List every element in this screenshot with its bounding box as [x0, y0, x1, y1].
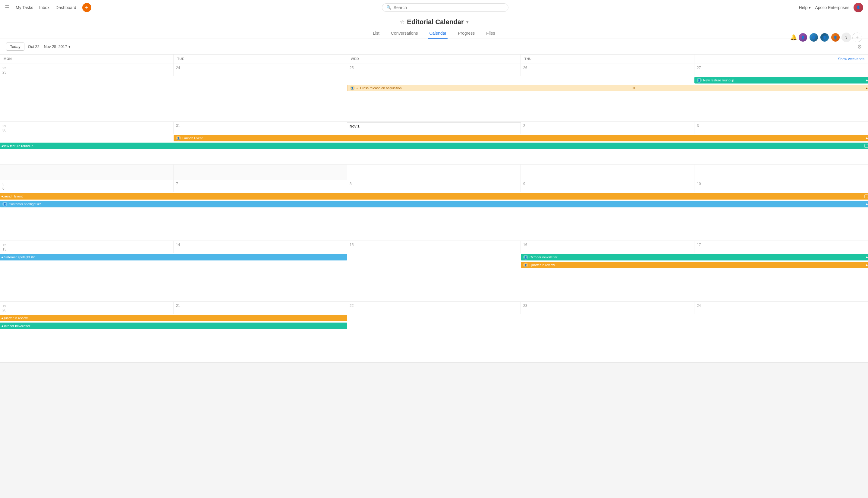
collaborators-area: 🔔 👤 👤 👤 👤 3 +: [790, 32, 862, 42]
day-number: 21: [176, 304, 345, 308]
day-number: Nov 1: [350, 124, 518, 128]
collaborator-count[interactable]: 3: [841, 32, 851, 42]
date-cell: 3: [694, 122, 868, 134]
date-range[interactable]: Oct 22 – Nov 25, 2017 ▾: [28, 44, 70, 49]
span-cell: 👤 Customer spotlight #2: [0, 201, 868, 207]
event-avatar: 👤: [176, 136, 181, 141]
event-october-newsletter[interactable]: 👤 October newsletter: [521, 254, 868, 260]
col-header-thu: THU: [521, 55, 694, 64]
nav-my-tasks[interactable]: My Tasks: [16, 5, 33, 10]
star-icon[interactable]: ☆: [400, 19, 404, 25]
date-cell: 24: [694, 302, 868, 314]
event-new-feature-roundup[interactable]: 👤 New feature roundup: [694, 77, 868, 83]
date-cell: 10: [694, 180, 868, 192]
date-cell: 21: [174, 302, 347, 314]
add-collaborator-button[interactable]: +: [852, 32, 862, 42]
span-cell: ◀ October newsletter: [0, 323, 347, 329]
date-cell: 26: [521, 64, 694, 76]
tab-progress[interactable]: Progress: [457, 28, 476, 39]
week-5-dates: 19 20 21 22 23 24: [0, 302, 868, 314]
date-cell: 31: [174, 122, 347, 134]
search-bar: 🔍: [382, 3, 508, 12]
date-cell: 23: [521, 302, 694, 314]
event-new-feature-roundup-2[interactable]: ◀ New feature roundup: [0, 143, 868, 149]
user-avatar[interactable]: 👤: [854, 3, 863, 12]
calendar-grid: MON TUE WED THU Show weekends 22 23 24 2…: [0, 55, 868, 363]
collaborator-avatar-4[interactable]: 👤: [831, 32, 840, 42]
collaborator-avatar-1[interactable]: 👤: [798, 32, 808, 42]
day-number: 24: [176, 66, 345, 70]
settings-icon[interactable]: ⚙: [857, 43, 862, 50]
span-cell: 👤 Quarter in review: [521, 262, 868, 268]
date-cell: 8: [347, 180, 521, 192]
event-row: ◀ Customer spotlight #2 👤 October newsle…: [0, 253, 868, 261]
event-customer-spotlight-2[interactable]: ◀ Customer spotlight #2: [0, 254, 347, 260]
day-number: 14: [176, 243, 345, 247]
calendar-header: MON TUE WED THU Show weekends: [0, 55, 868, 64]
week-number: 22: [2, 66, 6, 70]
help-button[interactable]: Help ▾: [799, 5, 811, 10]
event-label: Quarter in review: [2, 316, 28, 320]
event-label: October newsletter: [2, 324, 30, 328]
day-number: 8: [350, 182, 518, 186]
collaborator-avatar-3[interactable]: 👤: [820, 32, 829, 42]
search-input[interactable]: [393, 5, 504, 10]
day-number: 24: [697, 304, 866, 308]
tab-list[interactable]: List: [372, 28, 380, 39]
tab-calendar[interactable]: Calendar: [428, 28, 448, 39]
day-number: 20: [2, 308, 171, 312]
day-number: 23: [2, 70, 171, 75]
span-cell: [0, 85, 174, 91]
event-label: New feature roundup: [2, 144, 34, 148]
day-number: 17: [697, 243, 866, 247]
hamburger-icon[interactable]: ☰: [5, 4, 10, 11]
event-quarter-in-review-2[interactable]: ◀ Quarter in review: [0, 315, 347, 322]
project-title: Editorial Calendar: [407, 18, 464, 26]
day-number: 16: [523, 243, 692, 247]
nav-dashboard[interactable]: Dashboard: [55, 5, 76, 10]
week-4-dates: 12 13 14 15 16 17: [0, 241, 868, 253]
title-chevron-icon[interactable]: ▾: [466, 19, 468, 24]
event-row: ◀ Launch Event: [0, 192, 868, 200]
event-press-release[interactable]: 👤 ✓ Press release on acquisition ⊞: [347, 85, 868, 91]
col-header-wed: WED: [347, 55, 521, 64]
event-october-newsletter-2[interactable]: ◀ October newsletter: [0, 323, 347, 329]
tab-files[interactable]: Files: [485, 28, 496, 39]
week-number: 19: [2, 304, 6, 308]
event-avatar: 👤: [350, 86, 355, 90]
event-customer-spotlight[interactable]: 👤 Customer spotlight #2: [0, 201, 868, 207]
span-cell: [347, 77, 521, 83]
span-cell: [347, 323, 868, 329]
week-5-events: ◀ Quarter in review ◀ October newsletter: [0, 314, 868, 344]
event-avatar: 👤: [523, 263, 528, 267]
show-weekends-button[interactable]: Show weekends: [694, 55, 868, 64]
week-1-events: 👤 New feature roundup 👤 ✓ Press release …: [0, 76, 868, 106]
bell-icon[interactable]: 🔔: [790, 34, 797, 41]
org-label[interactable]: Apollo Enterprises: [815, 5, 849, 10]
add-button[interactable]: +: [82, 3, 91, 12]
nav-right: Help ▾ Apollo Enterprises 👤: [799, 3, 863, 12]
event-row: 👤 Launch Event: [0, 134, 868, 142]
span-cell: [0, 77, 174, 83]
span-cell: ◀ Launch Event: [0, 193, 868, 199]
date-cell: 17: [694, 241, 868, 253]
day-number: 15: [350, 243, 518, 247]
event-launch-event[interactable]: 👤 Launch Event: [174, 135, 868, 141]
nav-links: My Tasks Inbox Dashboard: [16, 5, 76, 10]
day-number: 13: [2, 247, 171, 251]
collaborator-avatar-2[interactable]: 👤: [809, 32, 818, 42]
span-cell: 👤 Launch Event: [174, 135, 868, 141]
tab-conversations[interactable]: Conversations: [390, 28, 419, 39]
nav-inbox[interactable]: Inbox: [39, 5, 50, 10]
week-row-1: 22 23 24 25 26 27 👤 New feature roundup: [0, 64, 868, 122]
search-icon: 🔍: [386, 5, 391, 10]
event-quarter-in-review[interactable]: 👤 Quarter in review: [521, 262, 868, 268]
today-button[interactable]: Today: [6, 42, 24, 51]
col-header-mon: MON: [0, 55, 174, 64]
day-number: 7: [176, 182, 345, 186]
event-row: 👤 Quarter in review: [0, 261, 868, 269]
event-launch-event-2[interactable]: ◀ Launch Event: [0, 193, 868, 199]
project-header: ☆ Editorial Calendar ▾ List Conversation…: [0, 15, 868, 39]
day-number: 9: [523, 182, 692, 186]
span-cell: ◀ Customer spotlight #2: [0, 254, 347, 260]
